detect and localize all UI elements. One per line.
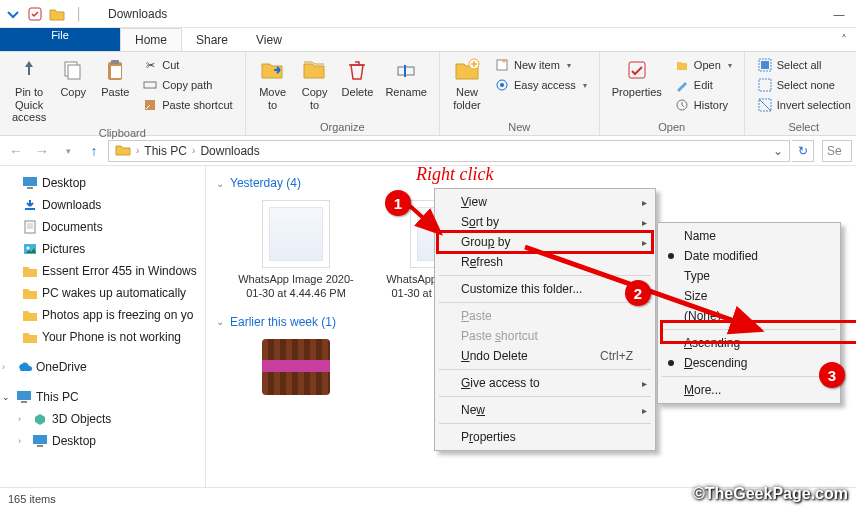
pin-to-quick-access-button[interactable]: Pin to Quick access (6, 54, 52, 126)
ctx-refresh[interactable]: Refresh (437, 252, 653, 272)
new-item-button[interactable]: New item▾ (492, 56, 589, 74)
nav-up-button[interactable]: ↑ (82, 139, 106, 163)
paste-label: Paste (101, 86, 129, 99)
new-folder-button[interactable]: New folder (446, 54, 488, 113)
copy-path-button[interactable]: Copy path (140, 76, 234, 94)
ctx-customize[interactable]: Customize this folder... (437, 279, 653, 299)
minimize-button[interactable]: — (822, 0, 856, 28)
copy-to-label: Copy to (302, 86, 328, 111)
nav-recent-button[interactable]: ▾ (56, 139, 80, 163)
nav-back-button[interactable]: ← (4, 139, 28, 163)
paste-button[interactable]: Paste (94, 54, 136, 101)
quick-access-toolbar: │ (0, 5, 92, 23)
history-button[interactable]: History (672, 96, 734, 114)
copy-to-button[interactable]: Copy to (294, 54, 336, 113)
move-to-button[interactable]: Move to (252, 54, 294, 113)
nav-item-documents[interactable]: Documents (0, 216, 205, 238)
edit-button[interactable]: Edit (672, 76, 734, 94)
open-icon (674, 57, 690, 73)
ctx-give-access[interactable]: Give access to▸ (437, 373, 653, 393)
nav-item-desktop-2[interactable]: ›Desktop (0, 430, 205, 452)
pin-label: Pin to Quick access (12, 86, 46, 124)
ctx-sub-descending[interactable]: Descending (660, 353, 838, 373)
paste-shortcut-button[interactable]: Paste shortcut (140, 96, 234, 114)
select-all-button[interactable]: Select all (755, 56, 853, 74)
crumb-thispc[interactable]: This PC (140, 144, 191, 158)
ctx-sub-more[interactable]: More... (660, 380, 838, 400)
chevron-down-icon: ▾ (567, 61, 571, 70)
invert-selection-button[interactable]: Invert selection (755, 96, 853, 114)
ctx-sort-by[interactable]: Sort by▸ (437, 212, 653, 232)
ctx-sub-date-modified[interactable]: Date modified (660, 246, 838, 266)
svg-rect-24 (17, 391, 31, 400)
tab-share[interactable]: Share (182, 28, 242, 51)
organize-group-label: Organize (252, 120, 433, 135)
tab-file[interactable]: File (0, 28, 120, 51)
select-all-label: Select all (777, 59, 822, 71)
nav-item-3d-objects[interactable]: ›3D Objects (0, 408, 205, 430)
cut-button[interactable]: ✂Cut (140, 56, 234, 74)
copy-button[interactable]: Copy (52, 54, 94, 101)
delete-button[interactable]: Delete (336, 54, 380, 101)
svg-rect-20 (27, 187, 33, 189)
ctx-properties[interactable]: Properties (437, 427, 653, 447)
ctx-label: fresh (476, 255, 503, 269)
nav-label: Downloads (42, 198, 101, 212)
chevron-down-icon: ⌄ (216, 316, 224, 327)
move-to-label: Move to (259, 86, 286, 111)
nav-item-folder[interactable]: Photos app is freezing on yo (0, 304, 205, 326)
ctx-sub-size[interactable]: Size (660, 286, 838, 306)
nav-forward-button[interactable]: → (30, 139, 54, 163)
qat-dropdown-icon[interactable] (4, 5, 22, 23)
ctx-undo-delete[interactable]: Undo DeleteCtrl+Z (437, 346, 653, 366)
select-none-button[interactable]: Select none (755, 76, 853, 94)
nav-item-onedrive[interactable]: ›OneDrive (0, 356, 205, 378)
address-dropdown-button[interactable]: ⌄ (769, 144, 787, 158)
rename-button[interactable]: Rename (379, 54, 433, 101)
svg-rect-5 (111, 66, 121, 78)
ctx-separator (662, 329, 836, 330)
nav-item-folder[interactable]: Your Phone is not working (0, 326, 205, 348)
ctx-sub-type[interactable]: Type (660, 266, 838, 286)
refresh-button[interactable]: ↻ (792, 140, 814, 162)
nav-label: This PC (36, 390, 79, 404)
open-button[interactable]: Open▾ (672, 56, 734, 74)
nav-item-downloads[interactable]: Downloads (0, 194, 205, 216)
properties-button[interactable]: Properties (606, 54, 668, 101)
nav-item-pictures[interactable]: Pictures (0, 238, 205, 260)
nav-label: Essent Error 455 in Windows (42, 264, 197, 278)
tab-home[interactable]: Home (120, 28, 182, 51)
crumb-downloads[interactable]: Downloads (196, 144, 263, 158)
ribbon-group-open: Properties Open▾ Edit History Open (600, 52, 745, 135)
ribbon-collapse-button[interactable]: ˄ (832, 28, 856, 51)
radio-selected-icon (668, 360, 674, 366)
easy-access-button[interactable]: Easy access▾ (492, 76, 589, 94)
nav-item-desktop[interactable]: Desktop (0, 172, 205, 194)
ctx-sub-name[interactable]: Name (660, 226, 838, 246)
nav-item-folder[interactable]: PC wakes up automatically (0, 282, 205, 304)
context-menu: View▸ Sort by▸ Group by▸ Refresh Customi… (434, 188, 656, 451)
nav-item-folder[interactable]: Essent Error 455 in Windows (0, 260, 205, 282)
ctx-paste: Paste (437, 306, 653, 326)
ctx-separator (439, 302, 651, 303)
ctx-label: ndo Delete (470, 349, 528, 363)
tab-view[interactable]: View (242, 28, 296, 51)
ctx-group-by[interactable]: Group by▸ (437, 232, 653, 252)
ctx-new[interactable]: New▸ (437, 400, 653, 420)
qat-properties-icon[interactable] (26, 5, 44, 23)
ctx-sub-none[interactable]: (None) (660, 306, 838, 326)
ctx-sub-ascending[interactable]: Ascending (660, 333, 838, 353)
breadcrumb[interactable]: › This PC › Downloads ⌄ (108, 140, 790, 162)
qat-divider: │ (70, 5, 88, 23)
file-item[interactable] (236, 339, 356, 395)
select-group-label: Select (751, 120, 856, 135)
qat-folder-icon[interactable] (48, 5, 66, 23)
svg-rect-19 (23, 177, 37, 186)
nav-item-thispc[interactable]: ⌄This PC (0, 386, 205, 408)
ctx-label: Name (684, 229, 716, 243)
path-icon (142, 77, 158, 93)
search-input[interactable]: Se (822, 140, 852, 162)
svg-point-12 (500, 83, 504, 87)
ctx-view[interactable]: View▸ (437, 192, 653, 212)
file-item[interactable]: WhatsApp Image 2020-01-30 at 4.44.46 PM (236, 200, 356, 301)
